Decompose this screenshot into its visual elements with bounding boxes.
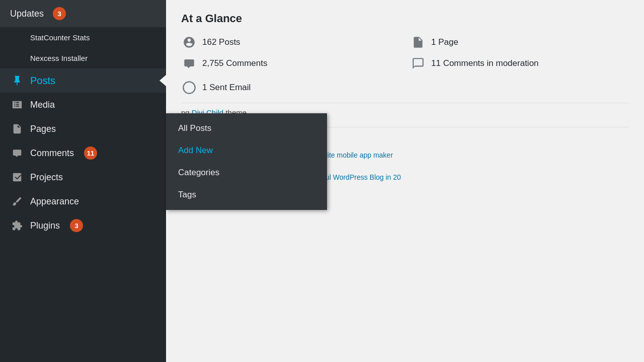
nexcess-label: Nexcess Installer: [30, 54, 88, 62]
stat-moderation-icon: [410, 55, 426, 71]
moderation-count-label: 11 Comments in moderation: [431, 58, 539, 68]
appearance-label: Appearance: [30, 196, 79, 207]
sent-email-label: 1 Sent Email: [202, 83, 251, 93]
sidebar-item-statcounter[interactable]: StatCounter Stats: [0, 27, 166, 48]
stat-comments: 2,755 Comments: [181, 55, 400, 71]
flyout-categories[interactable]: Categories: [166, 162, 327, 184]
stat-sent-email: 1 Sent Email: [181, 80, 629, 96]
sidebar-item-plugins[interactable]: Plugins 3: [0, 213, 166, 238]
stat-pages: 1 Page: [410, 34, 629, 50]
updates-label: Updates: [10, 9, 44, 19]
media-label: Media: [30, 100, 55, 110]
sidebar-item-updates[interactable]: Updates 3: [0, 0, 166, 27]
posts-flyout-menu: All Posts Add New Categories Tags: [166, 113, 327, 210]
posts-icon: [10, 74, 24, 88]
plugins-icon: [10, 219, 24, 233]
comments-icon: [10, 146, 24, 160]
sidebar-item-posts[interactable]: Posts: [0, 68, 166, 93]
comments-label: Comments: [30, 148, 74, 159]
stat-moderation: 11 Comments in moderation: [410, 55, 629, 71]
sidebar-item-appearance[interactable]: Appearance: [0, 189, 166, 213]
flyout-tags[interactable]: Tags: [166, 184, 327, 206]
projects-icon: [10, 170, 24, 184]
sidebar-item-comments[interactable]: Comments 11: [0, 141, 166, 165]
plugins-badge: 3: [70, 219, 83, 232]
comments-badge: 11: [84, 147, 97, 160]
appearance-icon: [10, 194, 24, 208]
flyout-all-posts[interactable]: All Posts: [166, 117, 327, 139]
statcounter-label: StatCounter Stats: [30, 33, 90, 42]
flyout-add-new[interactable]: Add New: [166, 139, 327, 162]
updates-badge: 3: [53, 7, 66, 20]
pages-count-label: 1 Page: [431, 37, 458, 47]
stat-posts-icon: [181, 34, 197, 50]
pages-label: Pages: [30, 124, 56, 134]
posts-label: Posts: [30, 75, 55, 87]
stat-comments-icon: [181, 55, 197, 71]
pages-icon: [10, 122, 24, 136]
sidebar: Updates 3 StatCounter Stats Nexcess Inst…: [0, 0, 166, 362]
posts-count-label: 162 Posts: [202, 37, 240, 47]
sidebar-item-projects[interactable]: Projects: [0, 165, 166, 189]
stats-grid: 162 Posts 1 Page 2,755 Comments: [181, 34, 629, 71]
plugins-label: Plugins: [30, 221, 60, 231]
projects-label: Projects: [30, 172, 63, 183]
stat-email-icon: [181, 80, 197, 96]
stat-posts: 162 Posts: [181, 34, 400, 50]
sidebar-item-pages[interactable]: Pages: [0, 117, 166, 141]
stat-pages-icon: [410, 34, 426, 50]
media-icon: [10, 98, 24, 112]
svg-point-0: [183, 82, 195, 93]
sidebar-item-nexcess[interactable]: Nexcess Installer: [0, 48, 166, 68]
comments-count-label: 2,755 Comments: [202, 58, 267, 68]
at-a-glance-title: At a Glance: [181, 10, 629, 25]
sidebar-item-media[interactable]: Media: [0, 93, 166, 117]
